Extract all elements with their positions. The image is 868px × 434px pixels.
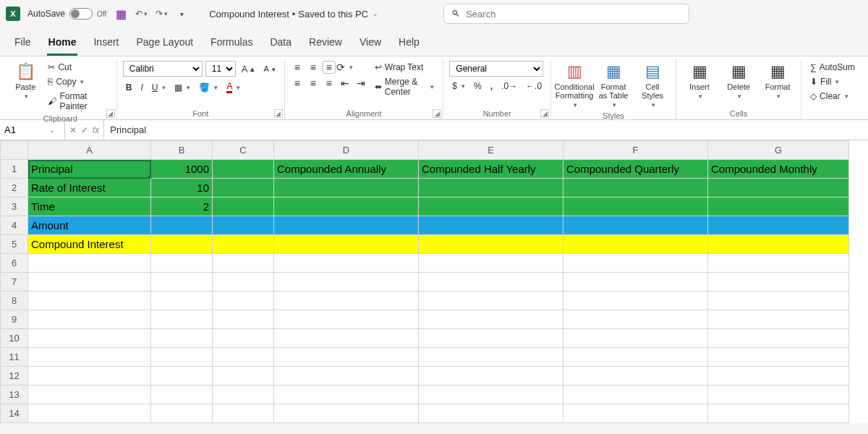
cell-E11[interactable] <box>419 348 563 367</box>
cell-C7[interactable] <box>213 273 274 292</box>
bold-button[interactable]: B <box>123 81 135 94</box>
tab-review[interactable]: Review <box>307 33 344 56</box>
cell-A2[interactable]: Rate of Interest <box>28 179 151 197</box>
enter-formula-icon[interactable]: ✓ <box>81 125 88 135</box>
column-header-B[interactable]: B <box>151 141 213 160</box>
font-color-button[interactable]: A▾ <box>224 80 243 95</box>
cell-D4[interactable] <box>274 216 419 235</box>
cell-C6[interactable] <box>213 254 274 273</box>
decrease-indent-button[interactable]: ⇤ <box>339 77 352 90</box>
cell-E3[interactable] <box>419 197 563 216</box>
row-header-12[interactable]: 12 <box>1 367 28 386</box>
decrease-decimal-button[interactable]: ←.0 <box>523 80 545 93</box>
row-header-4[interactable]: 4 <box>1 216 28 235</box>
cell-D10[interactable] <box>274 329 419 348</box>
fill-color-button[interactable]: 🪣▾ <box>196 81 221 94</box>
cell-B7[interactable] <box>151 273 213 292</box>
cell-styles-button[interactable]: ▤Cell Styles▾ <box>635 61 670 110</box>
row-header-6[interactable]: 6 <box>1 254 28 273</box>
search-input[interactable] <box>466 9 681 20</box>
increase-indent-button[interactable]: ⇥ <box>354 77 367 90</box>
cell-F12[interactable] <box>563 367 708 386</box>
autosum-button[interactable]: ∑AutoSum <box>807 61 858 74</box>
qat-customize-icon[interactable]: ▾ <box>174 7 189 21</box>
cell-F9[interactable] <box>563 310 708 329</box>
align-left-button[interactable]: ≡ <box>291 77 304 90</box>
merge-center-button[interactable]: ⬌Merge & Center▾ <box>372 75 438 98</box>
italic-button[interactable]: I <box>137 81 145 94</box>
cell-F10[interactable] <box>563 329 708 348</box>
undo-icon[interactable]: ↶▾ <box>134 7 148 21</box>
cell-C9[interactable] <box>213 310 274 329</box>
align-center-button[interactable]: ≡ <box>307 77 320 90</box>
align-right-button[interactable]: ≡ <box>323 77 336 90</box>
row-header-13[interactable]: 13 <box>1 386 28 404</box>
cell-G5[interactable] <box>708 235 849 254</box>
cell-A11[interactable] <box>28 348 151 367</box>
fill-button[interactable]: ⬇Fill▾ <box>807 75 842 88</box>
search-box[interactable]: 🔍︎ <box>443 4 689 24</box>
cell-C14[interactable] <box>213 404 274 423</box>
row-header-7[interactable]: 7 <box>1 273 28 292</box>
format-cells-button[interactable]: ▦Format▾ <box>760 61 795 101</box>
number-dialog-launcher[interactable]: ◢ <box>540 109 549 118</box>
cell-D9[interactable] <box>274 310 419 329</box>
number-format-select[interactable]: General <box>449 61 543 77</box>
document-title[interactable]: Compound Interest • Saved to this PC ⌄ <box>209 9 378 20</box>
cell-G12[interactable] <box>708 367 849 386</box>
cell-G3[interactable] <box>708 197 849 216</box>
name-box-input[interactable] <box>4 124 48 135</box>
align-top-button[interactable]: ≡ <box>291 61 304 74</box>
cell-F5[interactable] <box>563 235 708 254</box>
cell-E9[interactable] <box>419 310 563 329</box>
cell-G10[interactable] <box>708 329 849 348</box>
cell-G14[interactable] <box>708 404 849 423</box>
font-size-select[interactable]: 11 <box>205 61 236 77</box>
tab-data[interactable]: Data <box>268 33 293 56</box>
row-header-9[interactable]: 9 <box>1 310 28 329</box>
clipboard-dialog-launcher[interactable]: ◢ <box>106 109 115 118</box>
orientation-button[interactable]: ⟳▾ <box>339 61 352 74</box>
cell-F1[interactable]: Compounded Quarterly <box>563 160 708 179</box>
select-all-corner[interactable] <box>1 141 28 160</box>
cell-G4[interactable] <box>708 216 849 235</box>
cell-B9[interactable] <box>151 310 213 329</box>
format-as-table-button[interactable]: ▦Format as Table▾ <box>596 61 631 110</box>
cell-E13[interactable] <box>419 386 563 404</box>
decrease-font-button[interactable]: A▾ <box>260 63 278 75</box>
cell-A5[interactable]: Compound Interest <box>28 235 151 254</box>
cell-B2[interactable]: 10 <box>151 179 213 197</box>
increase-font-button[interactable]: A▴ <box>239 62 258 76</box>
column-header-F[interactable]: F <box>563 141 708 160</box>
cell-D2[interactable] <box>274 179 419 197</box>
row-header-3[interactable]: 3 <box>1 197 28 216</box>
cell-E8[interactable] <box>419 292 563 310</box>
cell-B4[interactable] <box>151 216 213 235</box>
accounting-format-button[interactable]: $▾ <box>449 80 468 93</box>
font-dialog-launcher[interactable]: ◢ <box>274 109 283 118</box>
row-header-2[interactable]: 2 <box>1 179 28 197</box>
column-header-A[interactable]: A <box>28 141 151 160</box>
cell-E2[interactable] <box>419 179 563 197</box>
cell-D6[interactable] <box>274 254 419 273</box>
alignment-dialog-launcher[interactable]: ◢ <box>433 109 441 118</box>
tab-page-layout[interactable]: Page Layout <box>135 33 195 56</box>
cell-C3[interactable] <box>213 197 274 216</box>
cancel-formula-icon[interactable]: ✕ <box>69 125 77 135</box>
cell-C2[interactable] <box>213 179 274 197</box>
cell-B10[interactable] <box>151 329 213 348</box>
fx-icon[interactable]: fx <box>93 125 99 135</box>
cell-F3[interactable] <box>563 197 708 216</box>
align-middle-button[interactable]: ≡ <box>307 61 320 74</box>
cell-B6[interactable] <box>151 254 213 273</box>
cell-E5[interactable] <box>419 235 563 254</box>
row-header-5[interactable]: 5 <box>1 235 28 254</box>
cell-G13[interactable] <box>708 386 849 404</box>
increase-decimal-button[interactable]: .0→ <box>498 80 520 93</box>
cell-C10[interactable] <box>213 329 274 348</box>
cell-G1[interactable]: Compounded Monthly <box>708 160 849 179</box>
cell-G8[interactable] <box>708 292 849 310</box>
align-bottom-button[interactable]: ≡ <box>323 61 336 74</box>
cell-C13[interactable] <box>213 386 274 404</box>
cell-A4[interactable]: Amount <box>28 216 151 235</box>
